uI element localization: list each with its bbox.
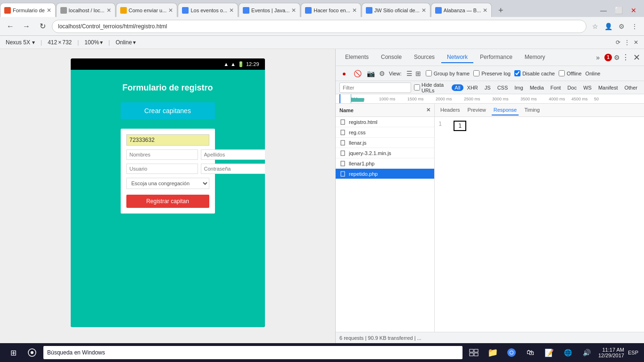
headers-tab[interactable]: Headers <box>438 105 462 115</box>
filter-xhr-button[interactable]: XHR <box>464 84 481 91</box>
congregation-select[interactable]: Escoja una congregación <box>126 178 209 189</box>
close-details-button[interactable]: ✕ <box>426 107 430 113</box>
filter-img-button[interactable]: Img <box>512 84 526 91</box>
extensions-icon[interactable]: ⚙ <box>616 21 627 32</box>
camera-button[interactable]: 📷 <box>366 69 375 78</box>
tab-close-4[interactable]: ✕ <box>229 7 234 14</box>
tab-console[interactable]: Console <box>375 52 407 63</box>
store-icon[interactable]: 🛍 <box>523 345 538 360</box>
chrome-menu-icon[interactable]: ⋮ <box>629 21 640 32</box>
minimize-button[interactable]: — <box>597 4 610 17</box>
timing-tab[interactable]: Timing <box>522 105 542 115</box>
tab-hacer-foco[interactable]: Hacer foco en... ✕ <box>301 3 361 17</box>
filter-doc-button[interactable]: Doc <box>565 84 580 91</box>
address-input[interactable] <box>52 20 586 33</box>
reload-button[interactable]: ↻ <box>36 20 49 33</box>
close-button[interactable]: ✕ <box>627 4 640 17</box>
cortana-icon[interactable] <box>25 345 40 360</box>
tab-close-7[interactable]: ✕ <box>421 7 426 14</box>
file-row-reg-css[interactable]: reg.css <box>336 127 434 138</box>
offline-checkbox[interactable]: Offline <box>559 70 582 76</box>
tab-close-2[interactable]: ✕ <box>107 7 111 14</box>
devtools-more-tabs[interactable]: » <box>596 54 600 61</box>
list-view-icon[interactable]: ☰ <box>405 69 413 78</box>
chrome-taskbar-icon[interactable] <box>504 345 519 360</box>
filter-font-button[interactable]: Font <box>548 84 564 91</box>
task-view-icon[interactable] <box>466 345 481 360</box>
record-button[interactable]: ● <box>339 69 349 78</box>
tab-close-3[interactable]: ✕ <box>168 7 173 14</box>
tab-alabanza[interactable]: Alabanza — B... ✕ <box>431 3 492 17</box>
usuario-input[interactable] <box>126 164 198 174</box>
preserve-log-checkbox[interactable]: Preserve log <box>473 70 511 76</box>
taskbar-search-box[interactable]: Búsqueda en Windows <box>43 346 462 359</box>
new-tab-button[interactable]: + <box>494 4 507 17</box>
file-row-llenar1[interactable]: llenar1.php <box>336 158 434 169</box>
filter-icon[interactable]: ⚙ <box>379 70 385 77</box>
devtools-close-button[interactable]: ✕ <box>633 52 640 63</box>
rotate-icon[interactable]: ⟳ <box>616 39 620 46</box>
tab-performance[interactable]: Performance <box>474 52 518 63</box>
id-field[interactable] <box>126 134 209 146</box>
tab-elements[interactable]: Elements <box>339 52 374 63</box>
filter-all-button[interactable]: All <box>452 84 463 91</box>
tab-como[interactable]: Como enviar u... ✕ <box>116 3 178 17</box>
network-selector[interactable]: Online ▾ <box>116 39 136 46</box>
tab-eventos-java[interactable]: Eventos | Java... ✕ <box>239 3 300 17</box>
filter-css-button[interactable]: CSS <box>495 84 511 91</box>
offline-input[interactable] <box>559 70 565 76</box>
tab-sources[interactable]: Sources <box>408 52 440 63</box>
preserve-log-input[interactable] <box>473 70 479 76</box>
grid-view-icon[interactable]: ⊞ <box>414 69 422 78</box>
notes-icon[interactable]: 📝 <box>542 345 557 360</box>
back-button[interactable]: ← <box>4 20 17 33</box>
file-row-repetido[interactable]: repetido.php <box>336 169 434 179</box>
tab-formulario[interactable]: Formulario de ✕ <box>0 3 56 17</box>
group-by-frame-input[interactable] <box>426 70 432 76</box>
apellidos-input[interactable] <box>201 149 265 160</box>
device-selector[interactable]: Nexus 5X ▾ <box>6 39 35 46</box>
disable-cache-input[interactable] <box>514 70 520 76</box>
zoom-selector[interactable]: 100% ▾ <box>84 39 103 46</box>
file-explorer-icon[interactable]: 📁 <box>485 345 500 360</box>
filter-input[interactable] <box>339 82 411 93</box>
preview-tab[interactable]: Preview <box>466 105 488 115</box>
filter-other-button[interactable]: Other <box>621 84 640 91</box>
hide-data-urls-checkbox[interactable]: Hide data URLs <box>414 82 449 93</box>
devtools-menu-icon[interactable]: ⋮ <box>622 53 629 62</box>
bookmark-icon[interactable]: ☆ <box>589 21 601 32</box>
tab-memory[interactable]: Memory <box>519 52 551 63</box>
tab-close-8[interactable]: ✕ <box>483 7 487 14</box>
restore-button[interactable]: ⬜ <box>612 4 625 17</box>
network-icon[interactable]: 🌐 <box>561 345 576 360</box>
registrar-capitan-button[interactable]: Registrar capitan <box>126 195 209 208</box>
devtools-settings-icon[interactable]: ⚙ <box>614 54 620 61</box>
crear-capitanes-button[interactable]: Crear capitanes <box>121 102 215 119</box>
nombres-input[interactable] <box>126 149 198 160</box>
forward-button[interactable]: → <box>20 20 33 33</box>
filter-media-button[interactable]: Media <box>527 84 547 91</box>
tab-localhost[interactable]: localhost / loc... ✕ <box>56 3 116 17</box>
start-button[interactable]: ⊞ <box>6 345 21 360</box>
response-tab[interactable]: Response <box>492 105 519 115</box>
tab-jw[interactable]: JW Sitio oficial de... ✕ <box>362 3 430 17</box>
tab-close-6[interactable]: ✕ <box>352 7 357 14</box>
disable-cache-checkbox[interactable]: Disable cache <box>514 70 555 76</box>
close-device-toolbar-icon[interactable]: ✕ <box>634 39 638 46</box>
stop-button[interactable]: 🚫 <box>353 69 362 78</box>
filter-js-button[interactable]: JS <box>482 84 494 91</box>
tab-close-5[interactable]: ✕ <box>291 7 296 14</box>
contrasena-input[interactable] <box>201 164 265 174</box>
tab-network[interactable]: Network <box>441 52 473 63</box>
group-by-frame-checkbox[interactable]: Group by frame <box>426 70 470 76</box>
more-icon[interactable]: ⋮ <box>624 39 630 46</box>
file-row-jquery[interactable]: jquery-3.2.1.min.js <box>336 148 434 158</box>
file-row-registro[interactable]: registro.html <box>336 117 434 127</box>
tab-close-1[interactable]: ✕ <box>47 7 51 14</box>
file-row-llenar-js[interactable]: llenar.js <box>336 138 434 148</box>
hide-data-urls-input[interactable] <box>414 84 420 90</box>
filter-manifest-button[interactable]: Manifest <box>595 84 621 91</box>
tab-eventos[interactable]: Los eventos o... ✕ <box>178 3 238 17</box>
filter-ws-button[interactable]: WS <box>580 84 594 91</box>
profile-icon[interactable]: 👤 <box>603 21 614 32</box>
